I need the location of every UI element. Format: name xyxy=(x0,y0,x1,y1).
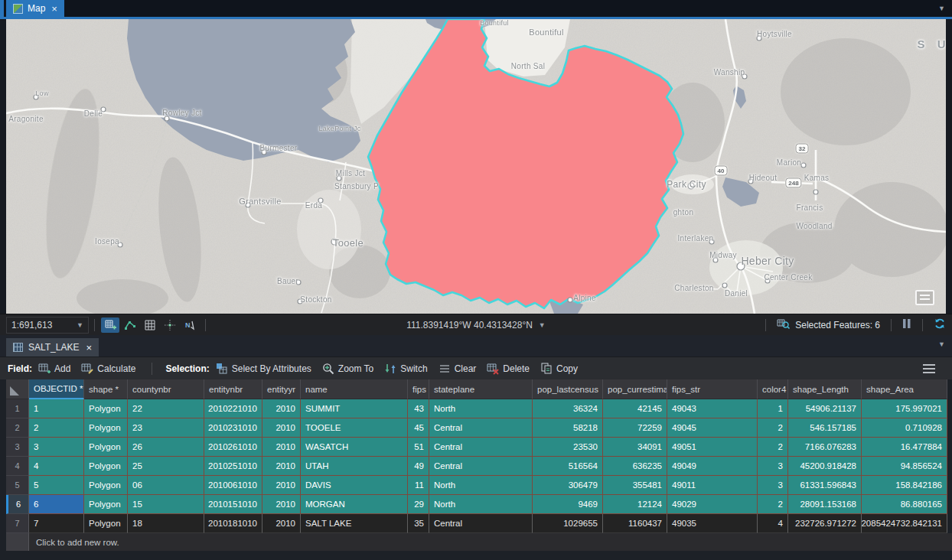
select-by-attributes-button[interactable]: Select By Attributes xyxy=(216,363,311,375)
table-cell[interactable]: 9469 xyxy=(533,495,603,514)
table-cell[interactable]: Polygon xyxy=(84,514,128,533)
table-tab-list-caret-icon[interactable] xyxy=(938,340,945,348)
table-cell[interactable]: 2010 xyxy=(262,514,301,533)
table-cell[interactable]: 61331.596843 xyxy=(788,476,862,495)
table-cell[interactable]: 2010221010 xyxy=(204,399,262,418)
tab-list-caret-icon[interactable] xyxy=(938,5,945,12)
table-cell[interactable]: 7 xyxy=(29,514,84,533)
table-cell[interactable]: 2085424732.842131 xyxy=(862,514,947,533)
table-cell[interactable]: 34091 xyxy=(603,438,667,457)
table-cell[interactable]: 306479 xyxy=(533,476,603,495)
copy-button[interactable]: Copy xyxy=(540,363,578,375)
table-cell[interactable]: 2 xyxy=(758,438,788,457)
table-cell[interactable]: 23530 xyxy=(533,438,603,457)
table-cell[interactable]: 49 xyxy=(408,457,429,476)
table-cell[interactable]: 2010151010 xyxy=(204,495,262,514)
table-cell[interactable]: Polygon xyxy=(84,495,128,514)
table-cell[interactable]: 2010 xyxy=(262,418,301,438)
snapping-toggle-icon[interactable] xyxy=(101,317,119,333)
table-cell[interactable]: 58218 xyxy=(533,418,603,438)
zoom-to-button[interactable]: Zoom To xyxy=(322,363,373,375)
table-cell[interactable]: MORGAN xyxy=(301,495,408,514)
row-number[interactable]: 3 xyxy=(6,438,29,457)
table-cell[interactable]: Polygon xyxy=(84,399,128,418)
table-cell[interactable]: 36324 xyxy=(533,399,603,418)
row-number[interactable]: 7 xyxy=(6,514,29,533)
table-cell[interactable]: 23 xyxy=(128,418,204,438)
table-cell[interactable]: 26 xyxy=(128,438,204,457)
table-cell[interactable]: 158.842186 xyxy=(862,476,947,495)
table-cell[interactable]: North xyxy=(429,476,533,495)
table-cell[interactable]: 546.157185 xyxy=(788,418,862,438)
column-header-stateplane[interactable]: stateplane xyxy=(429,379,533,399)
switch-selection-button[interactable]: Switch xyxy=(384,363,427,375)
table-cell[interactable]: 49011 xyxy=(667,476,758,495)
table-cell[interactable]: 2010 xyxy=(262,495,301,514)
pause-drawing-icon[interactable] xyxy=(902,318,911,331)
table-menu-button[interactable] xyxy=(923,364,935,373)
table-cell[interactable]: UTAH xyxy=(301,457,408,476)
column-header-countynbr[interactable]: countynbr xyxy=(128,379,204,399)
north-arrow-icon[interactable]: N xyxy=(181,317,199,333)
add-row-hint[interactable]: Click to add new row. xyxy=(29,533,952,551)
column-header-fips[interactable]: fips xyxy=(408,379,429,399)
table-cell[interactable]: 2 xyxy=(758,418,788,438)
map-coordinates[interactable]: 111.8391419°W 40.4313428°N xyxy=(406,320,546,330)
table-cell[interactable]: 3 xyxy=(29,438,84,457)
table-cell[interactable]: 86.880165 xyxy=(862,495,947,514)
table-cell[interactable]: 15 xyxy=(128,495,204,514)
column-header-color4[interactable]: color4 xyxy=(758,379,788,399)
table-cell[interactable]: 28091.153168 xyxy=(788,495,862,514)
table-cell[interactable]: 5 xyxy=(29,476,84,495)
map-scale-select[interactable]: 1:691,613 xyxy=(6,317,89,334)
table-cell[interactable]: 7166.076283 xyxy=(788,438,862,457)
row-number[interactable]: 2 xyxy=(6,418,29,438)
column-header-shape-[interactable]: shape * xyxy=(84,379,128,399)
table-cell[interactable]: 49049 xyxy=(667,457,758,476)
row-number[interactable]: 4 xyxy=(6,457,29,476)
table-cell[interactable]: 6 xyxy=(29,495,84,514)
table-cell[interactable]: 1029655 xyxy=(533,514,603,533)
map-overlay-icon[interactable] xyxy=(915,290,934,305)
table-cell[interactable]: 54906.21137 xyxy=(788,399,862,418)
table-cell[interactable]: 12124 xyxy=(603,495,667,514)
table-cell[interactable]: 49051 xyxy=(667,438,758,457)
table-cell[interactable]: Central xyxy=(429,514,533,533)
table-cell[interactable]: 2010231010 xyxy=(204,418,262,438)
table-cell[interactable]: 636235 xyxy=(603,457,667,476)
table-cell[interactable]: 2010 xyxy=(262,457,301,476)
tab-map[interactable]: Map xyxy=(6,0,64,17)
table-cell[interactable]: 2010261010 xyxy=(204,438,262,457)
table-cell[interactable]: Central xyxy=(429,438,533,457)
table-cell[interactable]: Central xyxy=(429,457,533,476)
table-cell[interactable]: 2010 xyxy=(262,399,301,418)
table-cell[interactable]: 2010181010 xyxy=(204,514,262,533)
column-header-name[interactable]: name xyxy=(301,379,408,399)
table-cell[interactable]: 2 xyxy=(29,418,84,438)
column-header-shape-length[interactable]: shape_Length xyxy=(788,379,862,399)
table-cell[interactable]: 22 xyxy=(128,399,204,418)
table-cell[interactable]: 94.856524 xyxy=(862,457,947,476)
table-cell[interactable]: 49029 xyxy=(667,495,758,514)
table-cell[interactable]: Polygon xyxy=(84,418,128,438)
table-cell[interactable]: 43 xyxy=(408,399,429,418)
table-cell[interactable]: 175.997021 xyxy=(862,399,947,418)
select-all-corner[interactable] xyxy=(6,379,29,399)
row-number[interactable]: 5 xyxy=(6,476,29,495)
edit-vertices-icon[interactable] xyxy=(121,317,139,333)
table-cell[interactable]: 3 xyxy=(758,476,788,495)
table-cell[interactable]: 355481 xyxy=(603,476,667,495)
table-cell[interactable]: 232726.971272 xyxy=(788,514,862,533)
table-cell[interactable]: Central xyxy=(429,418,533,438)
table-cell[interactable]: 45200.918428 xyxy=(788,457,862,476)
table-cell[interactable]: 2010 xyxy=(262,438,301,457)
clear-selection-button[interactable]: Clear xyxy=(439,363,477,375)
column-header-pop-lastcensus[interactable]: pop_lastcensus xyxy=(533,379,603,399)
table-cell[interactable]: 49045 xyxy=(667,418,758,438)
table-cell[interactable]: 42145 xyxy=(603,399,667,418)
table-cell[interactable]: 1 xyxy=(29,399,84,418)
map-viewport[interactable]: BountifulBountifulNorth SalHoytsvilleWan… xyxy=(6,19,946,314)
column-header-fips-str[interactable]: fips_str xyxy=(667,379,758,399)
table-cell[interactable]: 1 xyxy=(758,399,788,418)
column-header-entityyr[interactable]: entityyr xyxy=(262,379,301,399)
